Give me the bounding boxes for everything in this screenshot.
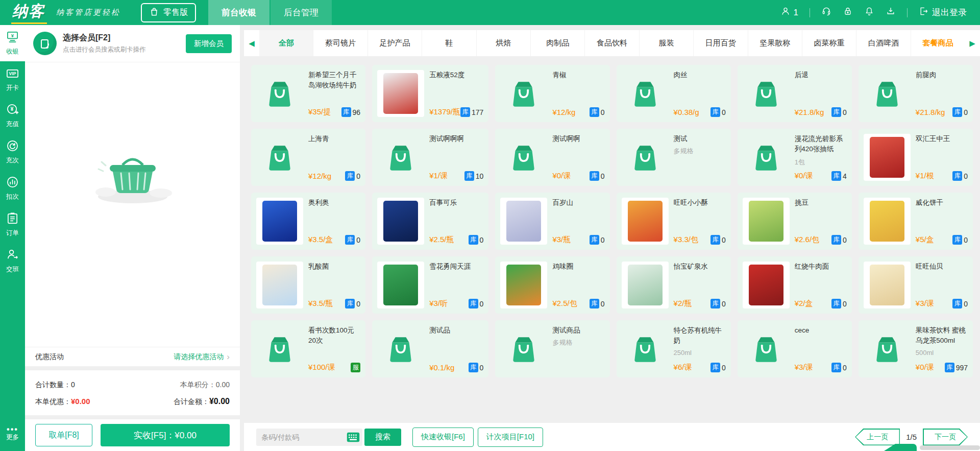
prev-page-button[interactable]: 上一页 <box>855 429 900 445</box>
floating-widget-handle[interactable] <box>884 444 917 451</box>
product-name: 雪花勇闯天涯 <box>429 262 483 272</box>
category-tab[interactable]: 烘焙 <box>477 30 531 56</box>
product-card[interactable]: 双汇王中王 ¥1/根 库 0 <box>859 129 973 186</box>
product-price: ¥1/根 <box>916 171 934 181</box>
logout-button[interactable]: 退出登录 <box>919 6 967 19</box>
product-card[interactable]: 红烧牛肉面 ¥2/盒 库 0 <box>738 256 852 314</box>
add-member-button[interactable]: 新增会员 <box>186 34 232 53</box>
sidebar-item-open-card[interactable]: VIP 开卡 <box>0 61 25 98</box>
next-page-button[interactable]: 下一页 <box>923 429 968 445</box>
product-card[interactable]: 特仑苏有机纯牛奶 250ml ¥6/课 库 0 <box>617 320 731 377</box>
promo-select-link[interactable]: 请选择优惠活动 › <box>174 352 230 362</box>
product-name: 旺旺小小酥 <box>674 198 726 208</box>
product-card[interactable]: 前腿肉 ¥21.8/kg 库 0 <box>859 65 973 122</box>
product-card[interactable]: 测试品 ¥0.1/kg 库 0 <box>372 320 488 377</box>
category-tab[interactable]: 卤菜称重 <box>802 30 856 56</box>
product-card[interactable]: 旺旺小小酥 ¥3.3/包 库 0 <box>617 193 731 250</box>
product-card[interactable]: 乳酸菌 ¥3.5/瓶 库 0 <box>251 256 365 314</box>
keyboard-button[interactable] <box>344 429 362 446</box>
category-tab[interactable]: 足护产品 <box>368 30 422 56</box>
sidebar-item-cashier[interactable]: ¥ 收银 <box>0 25 25 61</box>
product-card[interactable]: 测试啊啊 ¥0/课 库 0 <box>495 129 609 186</box>
product-card[interactable]: cece ¥3/课 库 0 <box>738 320 852 377</box>
user-count[interactable]: 1 <box>780 6 798 19</box>
sidebar-item-recharge[interactable]: ¥ 充值 <box>0 98 25 134</box>
category-scroll-left-icon[interactable]: ◀ <box>244 30 259 56</box>
left-sidebar: ¥ 收银 VIP 开卡 ¥ 充值 <box>0 25 25 451</box>
product-card[interactable]: 测试 多规格 <box>617 129 731 186</box>
sidebar-item-refill-times[interactable]: 充次 <box>0 134 25 170</box>
quick-cashier-button[interactable]: 快速收银[F6] <box>412 428 474 447</box>
product-card[interactable]: 上海青 ¥12/kg 库 0 <box>251 129 365 186</box>
product-name: 奥利奥 <box>308 198 360 208</box>
download-button[interactable] <box>886 6 896 19</box>
sidebar-item-deduct-times[interactable]: 扣次 <box>0 170 25 206</box>
product-card[interactable]: 奥利奥 ¥3.5/盒 库 0 <box>251 193 365 250</box>
product-card[interactable]: 测试商品 多规格 <box>495 320 609 377</box>
barcode-input[interactable] <box>256 433 344 441</box>
search-button[interactable]: 搜索 <box>364 429 401 446</box>
product-stock: 库 96 <box>341 107 361 117</box>
product-card[interactable]: 百岁山 ¥3/瓶 库 0 <box>495 193 609 250</box>
sidebar-item-shift[interactable]: 交班 <box>0 243 25 279</box>
product-card[interactable]: 五粮液52度 ¥1379/瓶 库 177 <box>372 65 488 122</box>
product-card[interactable]: 旺旺仙贝 ¥3/课 库 0 <box>859 256 973 314</box>
product-card[interactable]: 鸡味圈 ¥2.5/包 库 0 <box>495 256 609 314</box>
product-card[interactable]: 后退 ¥21.8/kg 库 0 <box>738 65 852 122</box>
stock-badge-icon: 库 <box>831 299 841 308</box>
category-tab[interactable]: 日用百货 <box>694 30 748 56</box>
count-item-button[interactable]: 计次项目[F10] <box>478 428 543 447</box>
category-tab[interactable]: 白酒啤酒 <box>856 30 911 56</box>
product-name: 五粮液52度 <box>429 70 483 80</box>
product-card[interactable]: 漫花流光碧影系列420张抽纸LG420 1包 ¥0/课 库 4 <box>738 129 852 186</box>
product-card[interactable]: 雪花勇闯天涯 ¥3/听 库 0 <box>372 256 488 314</box>
product-card[interactable]: 青椒 ¥12/kg 库 0 <box>495 65 609 122</box>
lock-button[interactable] <box>843 6 853 19</box>
product-image <box>500 198 547 245</box>
product-price: ¥3.5/盒 <box>308 235 333 245</box>
category-scroll-right-icon[interactable]: ▶ <box>965 30 980 56</box>
stock-count: 0 <box>964 236 968 244</box>
category-tab[interactable]: 蔡司镜片 <box>313 30 368 56</box>
category-tab[interactable]: 食品饮料 <box>585 30 639 56</box>
product-name: 青椒 <box>552 70 604 80</box>
sidebar-more-button[interactable]: ••• 更多 <box>0 418 25 451</box>
sidebar-item-label: 扣次 <box>6 193 19 201</box>
category-tab[interactable]: 全部 <box>259 30 313 56</box>
category-tab[interactable]: 套餐商品 <box>911 30 965 56</box>
product-price: ¥2/盒 <box>795 299 813 308</box>
stock-badge-icon: 库 <box>831 171 841 181</box>
product-stock: 库 0 <box>710 235 726 245</box>
product-card[interactable]: 威化饼干 ¥5/盒 库 0 <box>859 193 973 250</box>
product-card[interactable]: 新希望三个月千岛湖牧场纯牛奶 ¥35/提 库 96 <box>251 65 365 122</box>
product-name: 看书次数100元20次 <box>308 325 360 346</box>
stock-badge-icon: 库 <box>345 171 355 181</box>
product-image <box>622 134 669 181</box>
category-tab[interactable]: 肉制品 <box>531 30 585 56</box>
support-button[interactable] <box>821 6 831 19</box>
product-price: ¥1379/瓶 <box>429 107 460 117</box>
tab-back-management[interactable]: 后台管理 <box>271 0 332 25</box>
product-name: 红烧牛肉面 <box>795 262 847 272</box>
product-image <box>377 262 424 308</box>
category-tab[interactable]: 服装 <box>640 30 694 56</box>
product-card[interactable]: 果味茶饮料 蜜桃乌龙茶500ml 500ml ¥0/课 库 997 <box>859 320 973 377</box>
product-card[interactable]: 看书次数100元20次 ¥100/课 服 <box>251 320 365 377</box>
refill-times-icon <box>6 139 19 154</box>
product-card[interactable]: 测试啊啊啊 ¥1/课 库 10 <box>372 129 488 186</box>
product-card[interactable]: 挑豆 ¥2.6/包 库 0 <box>738 193 852 250</box>
tab-front-cashier[interactable]: 前台收银 <box>208 0 270 25</box>
category-tab[interactable]: 鞋 <box>422 30 476 56</box>
select-member-bar[interactable]: 选择会员[F2] 点击进行会员搜索或刷卡操作 新增会员 <box>25 25 240 62</box>
product-card[interactable]: 百事可乐 ¥2.5/瓶 库 0 <box>372 193 488 250</box>
hold-order-button[interactable]: 取单[F8] <box>35 424 92 446</box>
product-card[interactable]: 怡宝矿泉水 ¥2/瓶 库 0 <box>617 256 731 314</box>
checkout-button[interactable]: 实收[F5]：¥0.00 <box>101 424 230 446</box>
horizontal-scrollbar[interactable] <box>920 445 980 450</box>
category-tab[interactable]: 坚果散称 <box>748 30 802 56</box>
notification-button[interactable] <box>864 6 874 19</box>
sidebar-item-orders[interactable]: 订单 <box>0 206 25 243</box>
product-name: 果味茶饮料 蜜桃乌龙茶500ml <box>916 325 968 346</box>
product-card[interactable]: 肉丝 ¥0.38/g 库 0 <box>617 65 731 122</box>
shopping-bag-icon <box>149 7 159 19</box>
